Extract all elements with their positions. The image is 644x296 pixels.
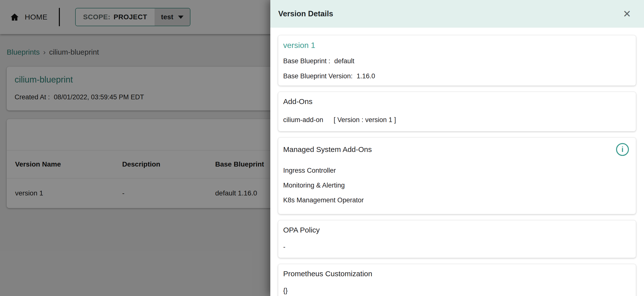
base-blueprint-line: Base Blueprint : default: [283, 57, 631, 65]
opa-policy-card: OPA Policy -: [278, 220, 636, 258]
app-root: HOME SCOPE: PROJECT test Blueprints › ci…: [0, 0, 644, 296]
version-details-drawer: Version Details ✕ version 1 Base Bluepri…: [270, 0, 644, 296]
base-blueprint-version-value: 1.16.0: [356, 72, 375, 80]
drawer-body: version 1 Base Blueprint : default Base …: [270, 28, 644, 296]
addon-item: cilium-add-on [ Version : version 1 ]: [283, 116, 631, 124]
addons-heading: Add-Ons: [283, 97, 631, 106]
base-blueprint-value: default: [334, 57, 354, 65]
managed-addon-item: K8s Management Operator: [283, 196, 631, 204]
managed-addon-item: Ingress Controller: [283, 167, 631, 174]
prometheus-customization-card: Prometheus Customization {}: [278, 264, 636, 296]
close-icon[interactable]: ✕: [623, 9, 631, 19]
addon-version: [ Version : version 1 ]: [334, 116, 396, 124]
base-blueprint-version-line: Base Blueprint Version: 1.16.0: [283, 72, 631, 80]
prometheus-customization-heading: Prometheus Customization: [283, 270, 631, 278]
prometheus-customization-value: {}: [283, 287, 631, 295]
addon-name: cilium-add-on: [283, 116, 323, 124]
managed-system-addons-card: Managed System Add-Ons i Ingress Control…: [278, 137, 636, 214]
version-info-card: version 1 Base Blueprint : default Base …: [278, 35, 636, 86]
managed-addon-item: Monitoring & Alerting: [283, 182, 631, 189]
drawer-header: Version Details ✕: [270, 0, 644, 28]
base-blueprint-label: Base Blueprint :: [283, 57, 330, 65]
drawer-title: Version Details: [278, 9, 333, 18]
managed-system-addons-heading: Managed System Add-Ons: [283, 145, 372, 154]
base-blueprint-version-label: Base Blueprint Version:: [283, 72, 353, 80]
opa-policy-heading: OPA Policy: [283, 226, 631, 234]
managed-system-addons-header: Managed System Add-Ons i: [283, 143, 631, 156]
addons-card: Add-Ons cilium-add-on [ Version : versio…: [278, 92, 636, 131]
version-name-link[interactable]: version 1: [283, 41, 631, 50]
opa-policy-value: -: [283, 243, 631, 251]
info-icon[interactable]: i: [616, 143, 629, 156]
